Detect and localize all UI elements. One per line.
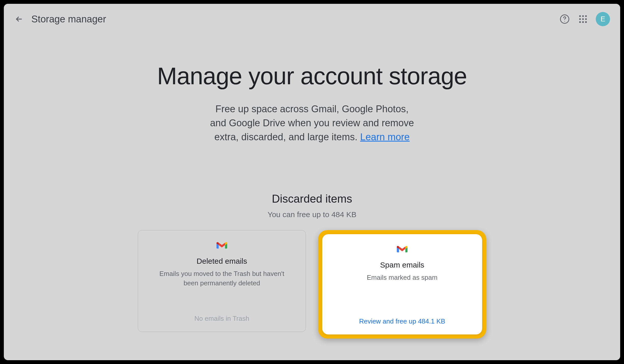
svg-point-1 <box>564 21 565 22</box>
section-subtitle: You can free up to 484 KB <box>267 210 356 219</box>
spam-emails-card[interactable]: Spam emails Emails marked as spam Review… <box>322 234 482 334</box>
deleted-card-title: Deleted emails <box>197 257 247 265</box>
spam-review-action[interactable]: Review and free up 484.1 KB <box>359 317 445 325</box>
svg-point-9 <box>582 21 584 23</box>
main-description: Free up space across Gmail, Google Photo… <box>210 102 414 144</box>
header-left: Storage manager <box>14 14 106 25</box>
svg-point-7 <box>585 18 587 20</box>
storage-manager-window: Storage manager E Mana <box>4 4 620 360</box>
spam-card-title: Spam emails <box>380 261 424 269</box>
deleted-card-desc: Emails you moved to the Trash but haven'… <box>153 269 291 288</box>
header-right: E <box>559 12 610 26</box>
learn-more-link[interactable]: Learn more <box>360 132 410 142</box>
desc-line2: and Google Drive when you review and rem… <box>210 118 414 128</box>
cards-row: Deleted emails Emails you moved to the T… <box>138 230 486 339</box>
apps-grid-icon[interactable] <box>577 13 589 25</box>
main-heading: Manage your account storage <box>157 62 467 90</box>
gmail-icon <box>216 242 227 250</box>
spam-card-highlight: Spam emails Emails marked as spam Review… <box>318 230 486 339</box>
svg-point-4 <box>585 15 587 17</box>
deleted-card-footer: No emails in Trash <box>194 315 249 323</box>
desc-line3: extra, discarded, and large items. <box>214 132 360 142</box>
svg-point-2 <box>579 15 581 17</box>
svg-point-10 <box>585 21 587 23</box>
help-icon[interactable] <box>559 13 570 25</box>
main-content: Manage your account storage Free up spac… <box>4 34 620 339</box>
header: Storage manager E <box>4 4 620 34</box>
spam-card-desc: Emails marked as spam <box>367 273 437 282</box>
avatar[interactable]: E <box>596 12 610 26</box>
svg-point-5 <box>579 18 581 20</box>
avatar-initial: E <box>601 15 605 23</box>
svg-point-8 <box>579 21 581 23</box>
gmail-icon <box>397 245 408 254</box>
deleted-emails-card[interactable]: Deleted emails Emails you moved to the T… <box>138 230 306 332</box>
page-title: Storage manager <box>31 14 106 25</box>
back-arrow-icon[interactable] <box>14 14 24 24</box>
svg-point-3 <box>582 15 584 17</box>
svg-point-6 <box>582 18 584 20</box>
section-title: Discarded items <box>272 192 352 205</box>
desc-line1: Free up space across Gmail, Google Photo… <box>215 104 409 114</box>
